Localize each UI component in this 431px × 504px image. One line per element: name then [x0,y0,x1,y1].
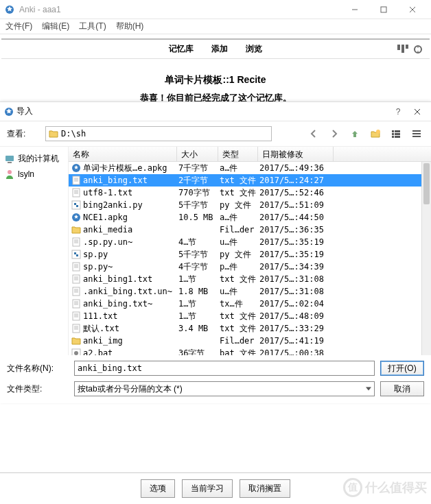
stats-icon[interactable] [397,45,423,54]
dialog-sidebar: 我的计算机 lsyln [0,147,69,355]
dialog-close-button[interactable] [408,103,427,121]
file-date: 2017/5…:52:46 [258,188,354,197]
tab-decks[interactable]: 记忆库 [169,43,194,55]
unbury-button[interactable]: 取消搁置 [240,479,290,498]
svg-rect-10 [392,130,394,132]
header-name[interactable]: 名称 [69,147,177,161]
tab-browse[interactable]: 浏览 [246,43,262,55]
header-date[interactable]: 日期被修改 [258,147,334,161]
new-folder-icon[interactable] [368,126,383,141]
menu-help[interactable]: 帮助(H) [116,21,144,32]
file-size: 1…节 [177,274,218,285]
file-type: u…件 [218,286,258,298]
file-row[interactable]: sp.py5千字节py 文件2017/5…:35:19 [69,248,421,261]
filetype-combobox[interactable]: 按tab或者分号分隔的文本 (*) [74,381,375,396]
file-row[interactable]: anki_bing.txt~1…节tx…件2017/5…:02:04 [69,298,421,310]
filename-input[interactable] [74,361,375,376]
file-row[interactable]: 单词卡片模板…e.apkg7千字节a…件2017/5…:49:36 [69,162,421,174]
options-button[interactable]: 选项 [141,479,175,498]
file-row[interactable]: anki_mediaFil…der2017/5…:36:35 [69,224,421,236]
file-date: 2017/5…:44:50 [258,213,354,222]
file-name: 默认.txt [83,323,119,335]
open-button[interactable]: 打开(O) [380,361,424,376]
file-date: 2017/5…:48:09 [258,311,354,321]
file-list-pane: 名称 大小 类型 日期被修改 单词卡片模板…e.apkg7千字节a…件2017/… [69,147,431,355]
file-icon [71,336,81,346]
svg-rect-19 [5,156,14,161]
file-row[interactable]: 默认.txt3.4 MBtxt 文件2017/5…:33:29 [69,322,421,335]
maximize-button[interactable] [369,1,398,19]
anki-app-icon [4,107,14,117]
svg-rect-18 [412,136,421,137]
close-button[interactable] [398,1,427,19]
svg-rect-31 [72,201,80,209]
view-detail-icon[interactable] [409,126,424,141]
file-name: sp.py~ [83,262,113,272]
dialog-title: 导入 [16,106,33,117]
menu-tool[interactable]: 工具(T) [79,21,106,32]
file-name: utf8-1.txt [83,188,132,197]
file-row[interactable]: NCE1.apkg10.5 MBa…件2017/5…:44:50 [69,211,421,224]
scrollbar[interactable] [421,162,431,355]
tab-add[interactable]: 添加 [211,43,228,55]
nav-forward-icon[interactable] [327,126,342,141]
nav-up-icon[interactable] [347,126,362,141]
file-row[interactable]: .anki_bing.txt.un~1.8 MBu…件2017/5…:31:08 [69,285,421,298]
file-size: 1.8 MB [177,287,218,296]
sidebar-item-computer[interactable]: 我的计算机 [3,151,65,167]
file-icon [71,188,81,197]
file-type: p…件 [218,261,258,273]
header-size[interactable]: 大小 [177,147,218,161]
file-row[interactable]: anki_bing.txt2千字节txt 文件2017/5…:24:27 [69,174,421,187]
svg-rect-20 [8,162,12,163]
menu-edit[interactable]: 编辑(E) [42,21,69,32]
file-row[interactable]: sp.py~4千字节p…件2017/5…:34:39 [69,261,421,273]
file-name: bing2anki.py [83,200,143,210]
file-row[interactable]: anki_bing1.txt1…节txt 文件2017/5…:31:08 [69,273,421,285]
user-icon [4,169,15,180]
sync-icon[interactable] [413,45,423,54]
header-type[interactable]: 类型 [218,147,258,161]
path-combobox[interactable]: D:\sh [45,126,272,141]
svg-rect-38 [73,263,80,271]
file-row[interactable]: utf8-1.txt770字节txt 文件2017/5…:52:46 [69,187,421,199]
minimize-button[interactable] [340,1,369,19]
file-date: 2017/5…:49:36 [258,163,354,173]
scrollbar-thumb[interactable] [423,163,430,204]
computer-icon [4,154,15,165]
file-date: 2017/5…:51:09 [258,200,354,210]
sidebar-user-label: lsyln [18,169,34,179]
nav-back-icon[interactable] [306,126,321,141]
menu-file[interactable]: 文件(F) [5,21,32,32]
file-row[interactable]: 111.txt1…节txt 文件2017/5…:48:09 [69,310,421,322]
file-size: 3.4 MB [177,324,218,333]
svg-rect-17 [412,133,421,134]
file-row[interactable]: a2.bat36字节bat 文件2017/5…:00:38 [69,347,421,355]
file-date: 2017/5…:24:27 [258,176,354,185]
folder-icon [49,129,58,139]
file-row[interactable]: bing2anki.py5千字节py 文件2017/5…:51:09 [69,199,421,211]
file-icon [71,324,81,333]
filetype-label: 文件类型: [7,383,69,395]
file-icon [71,262,81,272]
dialog-help-button[interactable]: ? [388,103,408,121]
study-button[interactable]: 当前学习 [182,479,233,498]
dialog-titlebar: 导入 ? [0,102,431,121]
main-menubar: 文件(F) 编辑(E) 工具(T) 帮助(H) [0,19,431,34]
file-row[interactable]: .sp.py.un~4…节u…件2017/5…:35:19 [69,236,421,248]
cancel-button[interactable]: 取消 [380,381,424,396]
sidebar-item-user[interactable]: lsyln [3,167,65,182]
svg-rect-54 [73,312,80,320]
file-icon [71,163,81,173]
file-size: 4…节 [177,237,218,248]
file-name: anki_media [83,225,132,235]
svg-rect-13 [395,130,400,132]
file-type: bat 文件 [218,348,258,356]
file-icon [71,176,81,185]
file-date: 2017/5…:35:19 [258,237,354,247]
view-list-icon[interactable] [388,126,404,141]
file-name: anki_bing1.txt [83,274,152,284]
file-icon [71,299,81,309]
svg-rect-15 [395,136,400,138]
file-row[interactable]: anki_imgFil…der2017/5…:41:19 [69,335,421,347]
